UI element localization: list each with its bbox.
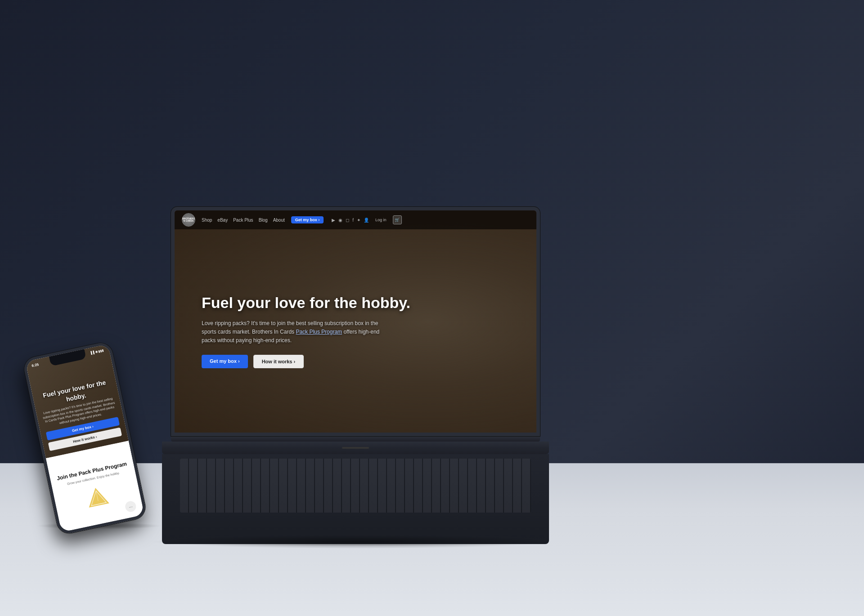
laptop-hero-body: Love ripping packs? It's time to join th… xyxy=(202,319,382,345)
nav-link-ebay[interactable]: eBay xyxy=(217,218,228,223)
laptop-hero: Fuel your love for the hobby. Love rippi… xyxy=(175,229,536,433)
laptop-social-icons: ▶ ◉ ◻ f ✦ 👤 xyxy=(332,218,369,223)
phone-logo-area xyxy=(84,483,110,510)
laptop-cart-icon[interactable]: 🛒 xyxy=(393,215,402,224)
youtube-icon: ▶ xyxy=(332,218,335,223)
nav-link-about[interactable]: About xyxy=(273,218,285,223)
laptop-base xyxy=(162,442,549,454)
phone-hero-section: 6:25 ▐▐ ◉ ▮▮▮ Fuel your love for the hob… xyxy=(25,344,129,458)
laptop-cta-button[interactable]: Get my box › xyxy=(291,216,324,223)
phone-logo-icon xyxy=(84,483,110,510)
laptop-brand-logo: BROTHERSN CARDS xyxy=(182,213,195,227)
account-icon: 👤 xyxy=(364,218,369,223)
laptop-website: BROTHERSN CARDS Shop eBay Pack Plus Blog… xyxy=(175,210,536,433)
laptop-drop-shadow xyxy=(162,535,549,549)
laptop-navbar: BROTHERSN CARDS Shop eBay Pack Plus Blog… xyxy=(175,210,536,229)
laptop-hinge xyxy=(171,436,540,442)
phone-status-icons: ▐▐ ◉ ▮▮▮ xyxy=(90,348,104,355)
facebook-icon: f xyxy=(352,218,354,223)
scene: 6:25 ▐▐ ◉ ▮▮▮ Fuel your love for the hob… xyxy=(0,0,864,616)
laptop-nav-links: Shop eBay Pack Plus Blog About xyxy=(202,218,285,223)
laptop-screen: BROTHERSN CARDS Shop eBay Pack Plus Blog… xyxy=(171,207,540,436)
phone-time: 6:25 xyxy=(31,362,39,368)
laptop-mockup: BROTHERSN CARDS Shop eBay Pack Plus Blog… xyxy=(171,207,540,544)
laptop-get-mybox-button[interactable]: Get my box › xyxy=(202,355,248,368)
laptop-howitworks-button[interactable]: How it works › xyxy=(253,355,304,368)
laptop-keyboard xyxy=(162,454,549,544)
nav-link-blog[interactable]: Blog xyxy=(259,218,268,223)
instagram-icon: ◻ xyxy=(346,218,349,223)
youtube-music-icon: ◉ xyxy=(338,218,342,223)
phone-more-button[interactable]: ··· xyxy=(124,500,137,513)
pack-plus-link[interactable]: Pack Plus Program xyxy=(296,329,342,335)
nav-link-packplus[interactable]: Pack Plus xyxy=(233,218,253,223)
nav-link-shop[interactable]: Shop xyxy=(202,218,212,223)
laptop-hero-buttons: Get my box › How it works › xyxy=(202,355,509,368)
twitter-icon: ✦ xyxy=(357,218,360,223)
laptop-login-link[interactable]: Log in xyxy=(375,218,387,222)
laptop-hero-heading: Fuel your love for the hobby. xyxy=(202,294,509,312)
